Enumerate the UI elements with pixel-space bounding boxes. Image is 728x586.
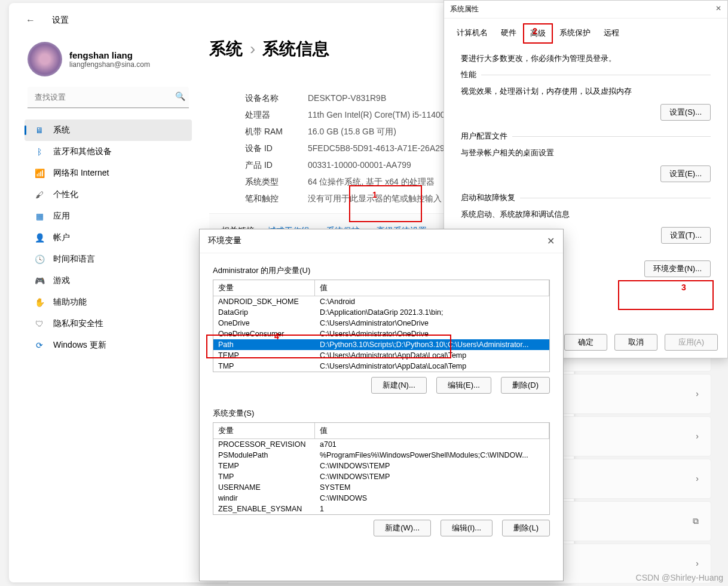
sidebar-item-label: 蓝牙和其他设备 <box>53 146 112 157</box>
cell-val: SYSTEM <box>315 482 549 493</box>
nav-icon: 🖌 <box>34 189 45 200</box>
cell-var: OneDrive <box>213 318 315 329</box>
cancel-button[interactable]: 取消 <box>614 334 657 351</box>
back-button[interactable]: ← <box>26 15 35 26</box>
nav-icon: 👤 <box>34 232 45 243</box>
sysprop-title-text: 系统属性 <box>450 4 479 14</box>
nav-sidebar: 🖥系统ᛒ蓝牙和其他设备📶网络和 Internet🖌个性化▦应用👤帐户🕓时间和语言… <box>25 119 192 356</box>
sys-edit-button[interactable]: 编辑(I)... <box>441 520 493 536</box>
spec-label-prodid: 产品 ID <box>245 160 308 171</box>
startup-title: 启动和故障恢复 <box>461 192 520 203</box>
tab-advanced[interactable]: 高级 <box>523 23 553 44</box>
tab-hardware[interactable]: 硬件 <box>494 23 523 44</box>
apply-button[interactable]: 应用(A) <box>665 334 718 351</box>
user-edit-button[interactable]: 编辑(E)... <box>436 377 491 394</box>
cell-var: ZES_ENABLE_SYSMAN <box>213 504 315 514</box>
user-delete-button[interactable]: 删除(D) <box>501 377 550 394</box>
sidebar-item-4[interactable]: ▦应用 <box>25 205 192 227</box>
ok-button[interactable]: 确定 <box>564 334 607 351</box>
annotation-label-4: 4 <box>274 332 279 341</box>
table-row[interactable]: DataGripD:\Application\DataGrip 2021.3.1… <box>213 307 549 318</box>
search-icon: 🔍 <box>175 91 185 101</box>
perf-settings-button[interactable]: 设置(S)... <box>660 104 711 121</box>
hdr-variable[interactable]: 变量 <box>213 280 315 296</box>
cell-val: %ProgramFiles%\WindowsPowerShell\Modules… <box>315 450 549 461</box>
close-icon[interactable]: ✕ <box>547 235 555 247</box>
table-row[interactable]: PSModulePath%ProgramFiles%\WindowsPowerS… <box>213 450 549 461</box>
nav-icon: 🛡 <box>34 318 45 329</box>
cell-var: DataGrip <box>213 307 315 318</box>
table-header: 变量 值 <box>213 280 549 296</box>
startup-settings-button[interactable]: 设置(T)... <box>661 227 711 244</box>
sidebar-item-label: 游戏 <box>53 275 70 286</box>
table-row[interactable]: TEMPC:\WINDOWS\TEMP <box>213 461 549 471</box>
nav-icon: ᛒ <box>34 146 45 157</box>
sidebar-item-5[interactable]: 👤帐户 <box>25 227 192 248</box>
sidebar-item-2[interactable]: 📶网络和 Internet <box>25 162 192 184</box>
nav-icon: ✋ <box>34 297 45 308</box>
close-icon[interactable]: ✕ <box>715 4 721 14</box>
spec-value-systype: 64 位操作系统, 基于 x64 的处理器 <box>308 177 435 188</box>
sys-vars-table[interactable]: 变量 值 PROCESSOR_REVISIONa701PSModulePath%… <box>213 422 550 515</box>
userprof-settings-button[interactable]: 设置(E)... <box>660 165 711 182</box>
cell-var: TMP <box>213 471 315 482</box>
sidebar-item-label: 网络和 Internet <box>53 168 109 179</box>
profile-name: fengshan liang <box>69 50 150 60</box>
table-row[interactable]: USERNAMESYSTEM <box>213 482 549 493</box>
table-row[interactable]: ZES_ENABLE_SYSMAN1 <box>213 504 549 514</box>
user-vars-table[interactable]: 变量 值 ANDROID_SDK_HOMEC:\AndroidDataGripD… <box>213 280 550 372</box>
spec-label-ram: 机带 RAM <box>245 127 308 137</box>
cell-val: 1 <box>315 504 549 514</box>
table-row[interactable]: OneDriveConsumerC:\Users\Administrator\O… <box>213 329 549 339</box>
tab-system-protection[interactable]: 系统保护 <box>553 23 597 44</box>
cell-val: C:\Users\Administrator\OneDrive <box>315 318 549 329</box>
group-performance: 性能 视觉效果，处理器计划，内存使用，以及虚拟内存 设置(S)... <box>461 75 711 125</box>
sidebar-item-6[interactable]: 🕓时间和语言 <box>25 248 192 270</box>
table-row[interactable]: TMPC:\Users\Administrator\AppData\Local\… <box>213 361 549 372</box>
table-row[interactable]: OneDriveC:\Users\Administrator\OneDrive <box>213 318 549 329</box>
hdr-value[interactable]: 值 <box>315 423 549 438</box>
cell-val: a701 <box>315 439 549 450</box>
breadcrumb-current: 系统信息 <box>262 39 329 58</box>
sidebar-item-1[interactable]: ᛒ蓝牙和其他设备 <box>25 141 192 162</box>
sidebar-item-7[interactable]: 🎮游戏 <box>25 270 192 292</box>
envdlg-title-text: 环境变量 <box>208 235 241 247</box>
hdr-variable[interactable]: 变量 <box>213 423 315 438</box>
sidebar-item-8[interactable]: ✋辅助功能 <box>25 292 192 313</box>
spec-value-prodid: 00331-10000-00001-AA799 <box>308 160 411 171</box>
spec-value-cpu: 11th Gen Intel(R) Core(TM) i5-11400 @ <box>308 110 456 121</box>
sysprop-titlebar: 系统属性 ✕ <box>444 1 727 19</box>
sys-delete-button[interactable]: 删除(L) <box>502 520 550 536</box>
tab-computer-name[interactable]: 计算机名 <box>450 23 494 44</box>
chevron-right-icon: › <box>696 389 699 398</box>
sys-vars-buttons: 新建(W)... 编辑(I)... 删除(L) <box>213 520 550 536</box>
table-row[interactable]: PROCESSOR_REVISIONa701 <box>213 439 549 450</box>
watermark: CSDN @Shirley-Huang <box>636 573 723 582</box>
userprof-title: 用户配置文件 <box>461 131 512 142</box>
tab-remote[interactable]: 远程 <box>597 23 626 44</box>
table-row[interactable]: PathD:\Python3.10\Scripts\;D:\Python3.10… <box>213 339 549 350</box>
table-row[interactable]: windirC:\WINDOWS <box>213 493 549 504</box>
table-row[interactable]: TMPC:\WINDOWS\TEMP <box>213 471 549 482</box>
sidebar-item-0[interactable]: 🖥系统 <box>25 119 192 141</box>
sidebar-item-3[interactable]: 🖌个性化 <box>25 184 192 205</box>
sidebar-item-9[interactable]: 🛡隐私和安全性 <box>25 313 192 335</box>
user-vars-label: Administrator 的用户变量(U) <box>213 265 550 276</box>
profile-block[interactable]: fengshan liang liangfengshan@sina.com <box>27 42 150 76</box>
hdr-value[interactable]: 值 <box>315 280 549 296</box>
chevron-right-icon: › <box>696 559 699 568</box>
table-row[interactable]: TEMPC:\Users\Administrator\AppData\Local… <box>213 350 549 361</box>
sysprop-footer: 确定 取消 应用(A) <box>564 334 718 351</box>
sidebar-item-label: 应用 <box>53 211 70 222</box>
sidebar-item-label: 隐私和安全性 <box>53 318 103 329</box>
search-input[interactable] <box>27 87 189 108</box>
table-row[interactable]: ANDROID_SDK_HOMEC:\Android <box>213 296 549 307</box>
sys-new-button[interactable]: 新建(W)... <box>374 520 431 536</box>
cell-val: C:\Users\Administrator\AppData\Local\Tem… <box>315 361 549 372</box>
chevron-right-icon: › <box>696 431 699 441</box>
startup-desc: 系统启动、系统故障和调试信息 <box>461 209 711 220</box>
env-vars-button[interactable]: 环境变量(N)... <box>644 260 711 277</box>
breadcrumb-root[interactable]: 系统 <box>209 39 243 58</box>
sidebar-item-10[interactable]: ⟳Windows 更新 <box>25 335 192 356</box>
user-new-button[interactable]: 新建(N)... <box>371 377 427 394</box>
